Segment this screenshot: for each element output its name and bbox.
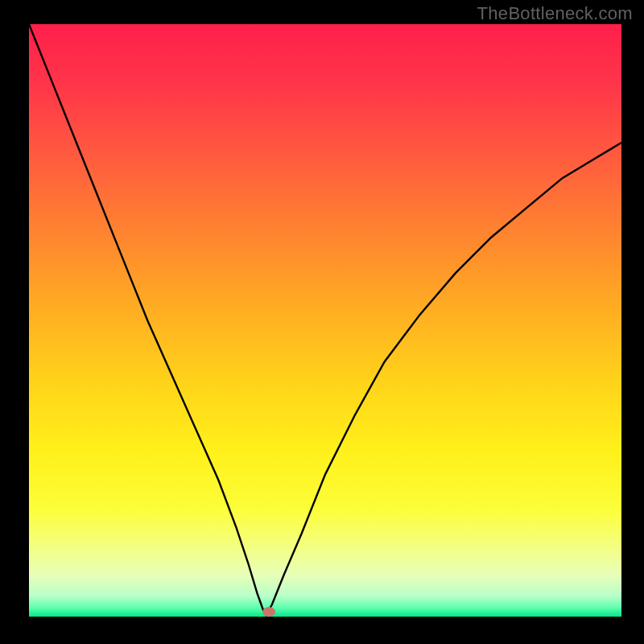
chart-frame: TheBottleneck.com — [0, 0, 644, 644]
optimum-marker — [262, 607, 275, 617]
plot-background — [29, 24, 621, 617]
chart-svg — [0, 0, 644, 644]
